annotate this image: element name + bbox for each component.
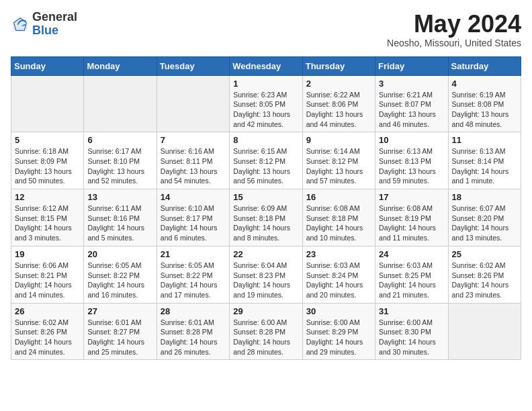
day-info: Sunrise: 6:05 AM Sunset: 8:22 PM Dayligh… [161, 261, 226, 300]
day-info: Sunrise: 6:15 AM Sunset: 8:12 PM Dayligh… [233, 146, 298, 186]
calendar-day-cell: 7Sunrise: 6:16 AM Sunset: 8:11 PM Daylig… [157, 132, 229, 189]
weekday-header: Wednesday [230, 56, 302, 75]
day-info: Sunrise: 6:01 AM Sunset: 8:27 PM Dayligh… [87, 318, 152, 357]
calendar-day-cell [448, 303, 521, 360]
day-info: Sunrise: 6:02 AM Sunset: 8:26 PM Dayligh… [452, 261, 517, 300]
day-number: 24 [379, 249, 444, 259]
calendar-week-row: 26Sunrise: 6:02 AM Sunset: 8:26 PM Dayli… [11, 303, 521, 360]
weekday-header: Tuesday [157, 56, 229, 75]
calendar-day-cell: 5Sunrise: 6:18 AM Sunset: 8:09 PM Daylig… [11, 132, 84, 189]
day-info: Sunrise: 6:00 AM Sunset: 8:30 PM Dayligh… [379, 318, 444, 357]
calendar-day-cell: 6Sunrise: 6:17 AM Sunset: 8:10 PM Daylig… [84, 132, 157, 189]
day-number: 14 [161, 192, 226, 202]
day-number: 12 [15, 192, 80, 202]
day-number: 9 [306, 135, 371, 145]
day-info: Sunrise: 6:12 AM Sunset: 8:15 PM Dayligh… [15, 203, 80, 243]
day-info: Sunrise: 6:18 AM Sunset: 8:09 PM Dayligh… [15, 146, 80, 186]
day-info: Sunrise: 6:04 AM Sunset: 8:23 PM Dayligh… [233, 261, 298, 300]
day-info: Sunrise: 6:23 AM Sunset: 8:05 PM Dayligh… [233, 90, 298, 130]
calendar-day-cell: 8Sunrise: 6:15 AM Sunset: 8:12 PM Daylig… [230, 132, 302, 189]
day-number: 6 [87, 135, 152, 145]
day-number: 26 [15, 306, 80, 316]
day-number: 3 [379, 79, 444, 89]
calendar-week-row: 12Sunrise: 6:12 AM Sunset: 8:15 PM Dayli… [11, 189, 521, 246]
calendar-day-cell: 2Sunrise: 6:22 AM Sunset: 8:06 PM Daylig… [302, 75, 375, 132]
calendar-week-row: 1Sunrise: 6:23 AM Sunset: 8:05 PM Daylig… [11, 75, 521, 132]
calendar-day-cell: 26Sunrise: 6:02 AM Sunset: 8:26 PM Dayli… [11, 303, 84, 360]
calendar-week-row: 19Sunrise: 6:06 AM Sunset: 8:21 PM Dayli… [11, 246, 521, 303]
calendar-day-cell: 31Sunrise: 6:00 AM Sunset: 8:30 PM Dayli… [375, 303, 448, 360]
calendar-day-cell: 21Sunrise: 6:05 AM Sunset: 8:22 PM Dayli… [157, 246, 229, 303]
calendar-day-cell: 20Sunrise: 6:05 AM Sunset: 8:22 PM Dayli… [84, 246, 157, 303]
calendar-day-cell: 3Sunrise: 6:21 AM Sunset: 8:07 PM Daylig… [375, 75, 448, 132]
day-number: 15 [233, 192, 298, 202]
day-info: Sunrise: 6:00 AM Sunset: 8:28 PM Dayligh… [233, 318, 298, 357]
day-number: 4 [452, 79, 517, 89]
calendar-day-cell: 18Sunrise: 6:07 AM Sunset: 8:20 PM Dayli… [448, 189, 521, 246]
day-info: Sunrise: 6:09 AM Sunset: 8:18 PM Dayligh… [233, 203, 298, 243]
calendar-day-cell: 28Sunrise: 6:01 AM Sunset: 8:28 PM Dayli… [157, 303, 229, 360]
location: Neosho, Missouri, United States [387, 38, 521, 48]
day-number: 10 [379, 135, 444, 145]
day-number: 2 [306, 79, 371, 89]
day-number: 13 [87, 192, 152, 202]
weekday-header: Thursday [302, 56, 375, 75]
calendar-day-cell: 30Sunrise: 6:00 AM Sunset: 8:29 PM Dayli… [302, 303, 375, 360]
day-number: 18 [452, 192, 517, 202]
day-info: Sunrise: 6:07 AM Sunset: 8:20 PM Dayligh… [452, 203, 517, 243]
day-info: Sunrise: 6:21 AM Sunset: 8:07 PM Dayligh… [379, 90, 444, 130]
day-number: 20 [87, 249, 152, 259]
calendar-day-cell: 23Sunrise: 6:03 AM Sunset: 8:24 PM Dayli… [302, 246, 375, 303]
day-info: Sunrise: 6:14 AM Sunset: 8:12 PM Dayligh… [306, 146, 371, 186]
logo: General Blue [11, 11, 77, 38]
day-info: Sunrise: 6:08 AM Sunset: 8:18 PM Dayligh… [306, 203, 371, 243]
day-info: Sunrise: 6:03 AM Sunset: 8:24 PM Dayligh… [306, 261, 371, 300]
day-number: 27 [87, 306, 152, 316]
calendar-day-cell: 15Sunrise: 6:09 AM Sunset: 8:18 PM Dayli… [230, 189, 302, 246]
day-info: Sunrise: 6:02 AM Sunset: 8:26 PM Dayligh… [15, 318, 80, 357]
calendar-day-cell [84, 75, 157, 132]
calendar-day-cell: 12Sunrise: 6:12 AM Sunset: 8:15 PM Dayli… [11, 189, 84, 246]
calendar-day-cell: 9Sunrise: 6:14 AM Sunset: 8:12 PM Daylig… [302, 132, 375, 189]
day-info: Sunrise: 6:19 AM Sunset: 8:08 PM Dayligh… [452, 90, 517, 130]
day-number: 25 [452, 249, 517, 259]
weekday-header: Sunday [11, 56, 84, 75]
calendar-day-cell: 16Sunrise: 6:08 AM Sunset: 8:18 PM Dayli… [302, 189, 375, 246]
day-info: Sunrise: 6:13 AM Sunset: 8:13 PM Dayligh… [379, 146, 444, 186]
day-number: 30 [306, 306, 371, 316]
day-number: 23 [306, 249, 371, 259]
day-info: Sunrise: 6:06 AM Sunset: 8:21 PM Dayligh… [15, 261, 80, 300]
day-number: 19 [15, 249, 80, 259]
day-info: Sunrise: 6:05 AM Sunset: 8:22 PM Dayligh… [87, 261, 152, 300]
calendar-day-cell: 14Sunrise: 6:10 AM Sunset: 8:17 PM Dayli… [157, 189, 229, 246]
day-info: Sunrise: 6:22 AM Sunset: 8:06 PM Dayligh… [306, 90, 371, 130]
calendar-day-cell: 10Sunrise: 6:13 AM Sunset: 8:13 PM Dayli… [375, 132, 448, 189]
calendar-table: SundayMondayTuesdayWednesdayThursdayFrid… [11, 56, 521, 361]
day-number: 11 [452, 135, 517, 145]
day-number: 21 [161, 249, 226, 259]
day-number: 31 [379, 306, 444, 316]
day-info: Sunrise: 6:01 AM Sunset: 8:28 PM Dayligh… [161, 318, 226, 357]
svg-marker-0 [13, 17, 28, 32]
day-info: Sunrise: 6:00 AM Sunset: 8:29 PM Dayligh… [306, 318, 371, 357]
day-info: Sunrise: 6:03 AM Sunset: 8:25 PM Dayligh… [379, 261, 444, 300]
calendar-day-cell: 24Sunrise: 6:03 AM Sunset: 8:25 PM Dayli… [375, 246, 448, 303]
day-info: Sunrise: 6:16 AM Sunset: 8:11 PM Dayligh… [161, 146, 226, 186]
calendar-day-cell: 25Sunrise: 6:02 AM Sunset: 8:26 PM Dayli… [448, 246, 521, 303]
day-info: Sunrise: 6:10 AM Sunset: 8:17 PM Dayligh… [161, 203, 226, 243]
calendar-day-cell: 1Sunrise: 6:23 AM Sunset: 8:05 PM Daylig… [230, 75, 302, 132]
logo-icon [11, 15, 30, 34]
calendar-day-cell: 13Sunrise: 6:11 AM Sunset: 8:16 PM Dayli… [84, 189, 157, 246]
calendar-day-cell [11, 75, 84, 132]
day-info: Sunrise: 6:17 AM Sunset: 8:10 PM Dayligh… [87, 146, 152, 186]
calendar-day-cell: 29Sunrise: 6:00 AM Sunset: 8:28 PM Dayli… [230, 303, 302, 360]
day-info: Sunrise: 6:08 AM Sunset: 8:19 PM Dayligh… [379, 203, 444, 243]
day-number: 7 [161, 135, 226, 145]
day-number: 8 [233, 135, 298, 145]
calendar-header: SundayMondayTuesdayWednesdayThursdayFrid… [11, 56, 521, 75]
weekday-header: Monday [84, 56, 157, 75]
day-info: Sunrise: 6:11 AM Sunset: 8:16 PM Dayligh… [87, 203, 152, 243]
logo-text: General Blue [32, 11, 77, 38]
calendar-day-cell: 22Sunrise: 6:04 AM Sunset: 8:23 PM Dayli… [230, 246, 302, 303]
calendar-week-row: 5Sunrise: 6:18 AM Sunset: 8:09 PM Daylig… [11, 132, 521, 189]
